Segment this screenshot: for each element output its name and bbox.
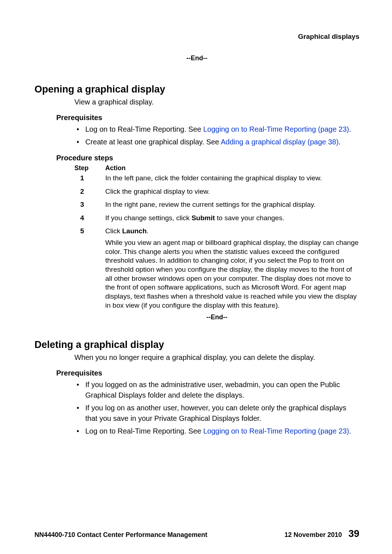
end-marker: --End-- bbox=[34, 313, 359, 321]
column-step: Step bbox=[74, 164, 94, 172]
step-item: If you change settings, click Submit to … bbox=[74, 213, 359, 223]
steps-header: Step Action bbox=[74, 164, 359, 172]
prerequisites-list: If you logged on as the administrative u… bbox=[74, 379, 359, 436]
text: Log on to Real-Time Reporting. See bbox=[85, 125, 203, 133]
section-title-deleting: Deleting a graphical display bbox=[34, 339, 359, 350]
cross-reference-link[interactable]: Adding a graphical display (page 38) bbox=[221, 138, 339, 146]
text: In the right pane, review the current se… bbox=[105, 201, 315, 208]
list-item: If you log on as another user, however, … bbox=[74, 403, 359, 424]
list-item: Log on to Real-Time Reporting. See Loggi… bbox=[74, 124, 359, 135]
cross-reference-link[interactable]: Logging on to Real-Time Reporting (page … bbox=[203, 125, 349, 133]
bold-term: Submit bbox=[192, 214, 215, 222]
step-item: In the right pane, review the current se… bbox=[74, 200, 359, 210]
procedure-steps-heading: Procedure steps bbox=[56, 154, 359, 162]
step-item: Click the graphical display to view. bbox=[74, 187, 359, 197]
steps-list: In the left pane, click the folder conta… bbox=[74, 173, 359, 310]
column-action: Action bbox=[105, 164, 126, 172]
end-marker: --End-- bbox=[34, 54, 359, 62]
text: Click the graphical display to view. bbox=[105, 188, 210, 195]
text: If you logged on as the administrative u… bbox=[85, 381, 340, 399]
text: to save your changes. bbox=[215, 214, 284, 222]
list-item: Create at least one graphical display. S… bbox=[74, 137, 359, 147]
header-section-name: Graphical displays bbox=[34, 33, 359, 41]
cross-reference-link[interactable]: Logging on to Real-Time Reporting (page … bbox=[203, 427, 349, 435]
section-title-opening: Opening a graphical display bbox=[34, 84, 359, 95]
text: . bbox=[349, 125, 351, 133]
text: Log on to Real-Time Reporting. See bbox=[85, 427, 203, 435]
text: In the left pane, click the folder conta… bbox=[105, 174, 322, 182]
text: If you log on as another user, however, … bbox=[85, 404, 346, 422]
step-item: In the left pane, click the folder conta… bbox=[74, 173, 359, 183]
page-footer: NN44400-710 Contact Center Performance M… bbox=[34, 528, 359, 539]
text: . bbox=[339, 138, 341, 146]
document-page: Graphical displays --End-- Opening a gra… bbox=[0, 0, 392, 554]
text: Create at least one graphical display. S… bbox=[85, 138, 221, 146]
section-intro: When you no longer require a graphical d… bbox=[74, 353, 359, 362]
list-item: Log on to Real-Time Reporting. See Loggi… bbox=[74, 426, 359, 436]
list-item: If you logged on as the administrative u… bbox=[74, 379, 359, 401]
text: If you change settings, click bbox=[105, 214, 192, 222]
prerequisites-list: Log on to Real-Time Reporting. See Loggi… bbox=[74, 124, 359, 147]
prerequisites-heading: Prerequisites bbox=[56, 369, 359, 377]
section-intro: View a graphical display. bbox=[74, 97, 359, 107]
footer-date: 12 November 2010 bbox=[285, 531, 342, 539]
footer-doc-id: NN44400-710 Contact Center Performance M… bbox=[34, 531, 207, 539]
step-explanation: While you view an agent map or billboard… bbox=[105, 238, 359, 310]
step-item: Click Launch. While you view an agent ma… bbox=[74, 226, 359, 310]
text: . bbox=[349, 427, 351, 435]
text: . bbox=[147, 227, 148, 235]
footer-page-number: 39 bbox=[348, 528, 359, 539]
prerequisites-heading: Prerequisites bbox=[56, 114, 359, 122]
text: Click bbox=[105, 227, 122, 235]
bold-term: Launch bbox=[122, 227, 147, 235]
